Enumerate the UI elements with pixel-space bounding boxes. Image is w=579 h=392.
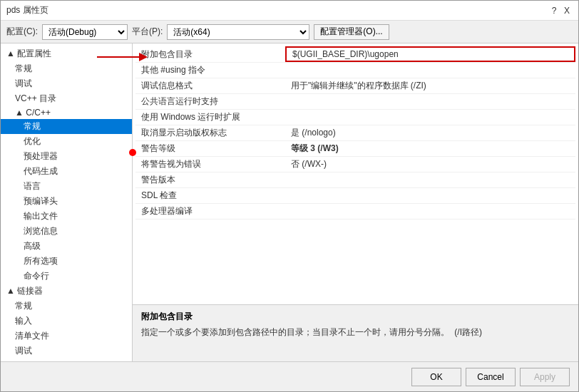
prop-name-10: 多处理器编译 [135, 204, 285, 219]
prop-row-5[interactable]: 取消显示启动版权标志是 (/nologo) [135, 125, 575, 141]
title-bar-left: pds 属性页 [6, 4, 48, 16]
prop-value-5: 是 (/nologo) [285, 125, 575, 140]
tree-item-browse-info[interactable]: 浏览信息 [1, 224, 132, 239]
prop-name-6: 警告等级 [135, 141, 285, 156]
bottom-bar: OK Cancel Apply [1, 361, 578, 391]
description-main: 指定一个或多个要添加到包含路径中的目录；当目录不止一个时，请用分号分隔。 [141, 327, 449, 337]
prop-value-10 [285, 210, 575, 213]
tree-item-linker-input[interactable]: 输入 [1, 314, 132, 329]
config-label: 配置(C): [6, 26, 38, 38]
prop-name-8: 警告版本 [135, 172, 285, 187]
tree-item-optimize[interactable]: 优化 [1, 134, 132, 149]
config-select[interactable]: 活动(Debug) [42, 24, 128, 40]
prop-row-10[interactable]: 多处理器编译 [135, 204, 575, 220]
right-panel-wrapper: 附加包含目录$(UGII_BASE_DIR)\ugopen其他 #using 指… [133, 43, 578, 361]
platform-label: 平台(P): [132, 26, 163, 38]
prop-row-4[interactable]: 使用 Windows 运行时扩展 [135, 110, 575, 125]
prop-name-9: SDL 检查 [135, 188, 285, 203]
apply-button[interactable]: Apply [520, 368, 570, 386]
ok-button[interactable]: OK [411, 368, 461, 386]
tree-item-general[interactable]: 常规 [1, 61, 132, 76]
prop-row-3[interactable]: 公共语言运行时支持 [135, 94, 575, 110]
prop-name-5: 取消显示启动版权标志 [135, 125, 285, 140]
props-container: 附加包含目录$(UGII_BASE_DIR)\ugopen其他 #using 指… [135, 46, 575, 220]
tree-item-debug[interactable]: 调试 [1, 76, 132, 91]
prop-value-9 [285, 195, 575, 197]
prop-value-0: $(UGII_BASE_DIR)\ugopen [285, 46, 575, 62]
description-note: (/I路径) [454, 327, 482, 337]
prop-name-1: 其他 #using 指令 [135, 63, 285, 78]
prop-value-3 [285, 100, 575, 103]
tree-item-advanced[interactable]: 高级 [1, 239, 132, 254]
tree-item-cmdline[interactable]: 命令行 [1, 269, 132, 284]
prop-name-0: 附加包含目录 [135, 47, 285, 62]
content-area: ▲ 配置属性常规调试VC++ 目录▲ C/C++常规优化预处理器代码生成语言预编… [1, 43, 578, 361]
prop-value-2: 用于"编辑并继续"的程序数据库 (/ZI) [285, 78, 575, 93]
prop-row-9[interactable]: SDL 检查 [135, 188, 575, 204]
config-manager-button[interactable]: 配置管理器(O)... [314, 24, 389, 40]
help-button[interactable]: ? [548, 5, 560, 16]
tree-item-cpp[interactable]: ▲ C/C++ [1, 106, 132, 119]
tree-item-cpp-general[interactable]: 常规 [1, 119, 132, 134]
tree-item-linker[interactable]: ▲ 链接器 [1, 284, 132, 299]
prop-row-0[interactable]: 附加包含目录$(UGII_BASE_DIR)\ugopen [135, 46, 575, 63]
left-panel-wrapper: ▲ 配置属性常规调试VC++ 目录▲ C/C++常规优化预处理器代码生成语言预编… [1, 43, 133, 361]
prop-name-7: 将警告视为错误 [135, 157, 285, 172]
prop-value-6: 等级 3 (/W3) [285, 141, 575, 156]
prop-row-1[interactable]: 其他 #using 指令 [135, 63, 575, 78]
properties-table: 附加包含目录$(UGII_BASE_DIR)\ugopen其他 #using 指… [133, 43, 578, 304]
prop-value-4 [285, 116, 575, 119]
close-button[interactable]: X [561, 5, 573, 16]
description-area: 附加包含目录 指定一个或多个要添加到包含路径中的目录；当目录不止一个时，请用分号… [133, 304, 578, 361]
prop-name-4: 使用 Windows 运行时扩展 [135, 110, 285, 125]
prop-row-7[interactable]: 将警告视为错误否 (/WX-) [135, 157, 575, 172]
prop-name-2: 调试信息格式 [135, 78, 285, 93]
tree-item-linker-manifest[interactable]: 清单文件 [1, 329, 132, 344]
tree-item-all-options[interactable]: 所有选项 [1, 254, 132, 269]
title-bar: pds 属性页 ? X [1, 1, 578, 21]
tree-item-code-gen[interactable]: 代码生成 [1, 164, 132, 179]
toolbar: 配置(C): 活动(Debug) 平台(P): 活动(x64) 配置管理器(O)… [1, 21, 578, 43]
platform-select[interactable]: 活动(x64) [167, 24, 309, 40]
tree-item-vc-dirs[interactable]: VC++ 目录 [1, 91, 132, 106]
cancel-button[interactable]: Cancel [466, 368, 516, 386]
description-title: 附加包含目录 [141, 311, 570, 323]
tree-panel: ▲ 配置属性常规调试VC++ 目录▲ C/C++常规优化预处理器代码生成语言预编… [1, 43, 133, 361]
tree-item-config-props[interactable]: ▲ 配置属性 [1, 46, 132, 61]
tree-item-linker-system[interactable]: 系统 [1, 359, 132, 361]
tree-item-linker-debug[interactable]: 调试 [1, 344, 132, 359]
tree-container: ▲ 配置属性常规调试VC++ 目录▲ C/C++常规优化预处理器代码生成语言预编… [1, 46, 132, 361]
prop-value-8 [285, 179, 575, 182]
prop-row-6[interactable]: 警告等级等级 3 (/W3) [135, 141, 575, 157]
prop-value-7: 否 (/WX-) [285, 157, 575, 172]
title-bar-controls: ? X [548, 5, 573, 16]
prop-name-3: 公共语言运行时支持 [135, 94, 285, 109]
tree-item-precompile[interactable]: 预编译头 [1, 194, 132, 209]
dialog-title: pds 属性页 [6, 4, 48, 16]
prop-value-1 [285, 69, 575, 72]
prop-row-2[interactable]: 调试信息格式用于"编辑并继续"的程序数据库 (/ZI) [135, 78, 575, 94]
tree-item-output-files[interactable]: 输出文件 [1, 209, 132, 224]
tree-item-preprocessor[interactable]: 预处理器 [1, 149, 132, 164]
description-text: 指定一个或多个要添加到包含路径中的目录；当目录不止一个时，请用分号分隔。 (/I… [141, 326, 570, 339]
tree-item-language[interactable]: 语言 [1, 179, 132, 194]
right-panel: 附加包含目录$(UGII_BASE_DIR)\ugopen其他 #using 指… [133, 43, 578, 361]
red-dot-indicator [129, 149, 136, 156]
properties-dialog: pds 属性页 ? X 配置(C): 活动(Debug) 平台(P): 活动(x… [0, 0, 579, 392]
prop-row-8[interactable]: 警告版本 [135, 172, 575, 188]
tree-item-linker-general[interactable]: 常规 [1, 299, 132, 314]
